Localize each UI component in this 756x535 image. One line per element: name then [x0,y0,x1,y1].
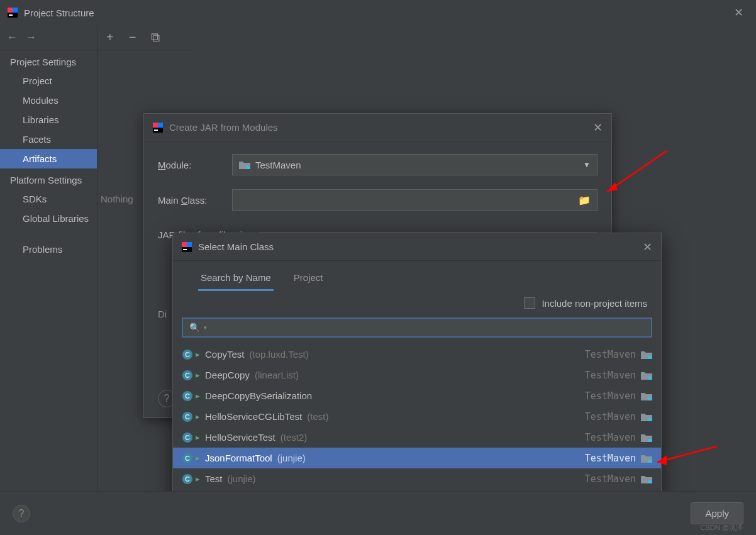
sidebar-item-sdks[interactable]: SDKs [0,189,97,209]
result-row[interactable]: C▸DeepCopy (linearList)TestMaven [173,365,661,385]
class-name: JsonFormatTool [205,453,272,463]
svg-rect-22 [648,439,652,442]
back-icon[interactable]: ← [6,31,18,44]
footer: ? Apply [0,491,756,535]
class-module: TestMaven [585,473,636,485]
class-package: (top.luxd.Test) [250,349,309,360]
svg-rect-25 [648,460,652,463]
app-icon [8,8,18,18]
mainclass-input[interactable]: 📁 [232,189,598,211]
class-icon: C [182,349,193,360]
svg-rect-13 [648,377,652,380]
class-package: (linearList) [255,370,299,380]
sidebar-item-problems[interactable]: Problems [0,240,97,259]
result-row[interactable]: C▸Test (junjie)TestMaven [173,468,661,489]
class-package: (junjie) [277,453,306,463]
app-icon [182,242,192,252]
run-icon: ▸ [196,350,200,359]
jar-dialog-title: Create JAR from Modules [169,122,278,133]
result-row[interactable]: C▸HelloServiceTest (test2)TestMaven [173,427,661,448]
watermark: CSDN @沉泽· [701,523,745,532]
apply-button[interactable]: Apply [691,502,743,524]
class-module: TestMaven [585,432,636,443]
window-title: Project Structure [24,8,94,18]
svg-text:C: C [185,372,190,379]
class-module: TestMaven [585,411,636,422]
class-name: HelloServiceCGLibTest [205,411,302,422]
result-row[interactable]: C▸CopyTest (top.luxd.Test)TestMaven [173,344,661,365]
result-row[interactable]: C▸HelloServiceCGLibTest (test)TestMaven [173,406,661,427]
mainclass-dialog-title: Select Main Class [198,241,274,252]
class-icon: C [182,473,193,485]
di-truncated-label: Di [158,309,167,319]
svg-rect-19 [648,418,652,421]
tabs: Search by Name Project [173,261,661,291]
class-module: TestMaven [585,390,636,402]
result-row[interactable]: C▸JsonFormatTool (junjie)TestMaven [173,448,661,468]
svg-text:C: C [185,392,190,400]
copy-icon[interactable]: ⧉ [151,30,160,45]
remove-icon[interactable]: − [129,30,136,45]
class-package: (test2) [281,432,308,443]
class-icon: C [182,432,193,443]
sidebar-item-global-libraries[interactable]: Global Libraries [0,209,97,228]
result-list: C▸CopyTest (top.luxd.Test)TestMavenC▸Dee… [173,344,661,489]
class-package: (test) [307,411,328,422]
class-icon: C [182,370,193,381]
run-icon: ▸ [196,453,200,463]
jar-dialog-header: Create JAR from Modules ✕ [144,114,611,141]
search-input[interactable]: 🔍 ▾ [182,317,652,338]
sidebar-item-facets[interactable]: Facets [0,130,97,149]
tab-search-by-name[interactable]: Search by Name [198,267,274,291]
svg-text:C: C [185,475,190,483]
help-icon[interactable]: ? [13,505,30,522]
browse-folder-icon[interactable]: 📁 [578,194,591,206]
sidebar-item-artifacts[interactable]: Artifacts [0,149,97,168]
class-name: Test [205,473,223,484]
class-icon: C [182,390,193,402]
class-name: DeepCopy [205,370,250,380]
folder-icon [239,160,250,169]
class-module: TestMaven [585,349,636,360]
class-name: DeepCopyBySerialization [205,390,312,401]
sidebar-item-project[interactable]: Project [0,71,97,91]
module-select[interactable]: TestMaven ▼ [232,154,598,175]
svg-text:C: C [185,351,190,358]
folder-icon [641,392,652,400]
search-options-icon[interactable]: ▾ [204,324,207,331]
add-icon[interactable]: + [106,30,114,45]
class-icon: C [182,453,193,464]
sidebar-nav-toolbar: ← → [0,25,97,50]
section-platform-settings: Platform Settings [0,168,97,189]
titlebar: Project Structure ✕ [0,0,756,25]
svg-rect-10 [648,356,652,359]
close-icon[interactable]: ✕ [729,3,748,22]
sidebar: ← → Project Settings Project Modules Lib… [0,25,97,491]
run-icon: ▸ [196,412,200,421]
sidebar-item-libraries[interactable]: Libraries [0,110,97,130]
close-icon[interactable]: ✕ [593,121,603,135]
sidebar-item-modules[interactable]: Modules [0,91,97,110]
class-module: TestMaven [585,453,636,464]
include-nonproject-checkbox[interactable]: Include non-project items [524,297,647,309]
close-icon[interactable]: ✕ [643,240,652,254]
nothing-placeholder: Nothing [101,194,133,204]
run-icon: ▸ [196,433,200,442]
module-label: Module: [158,160,232,170]
select-mainclass-dialog: Select Main Class ✕ Search by Name Proje… [172,233,662,503]
mainclass-label: Main Class: [158,195,232,206]
folder-icon [641,350,652,359]
folder-icon [641,475,652,483]
include-nonproject-label: Include non-project items [542,298,647,309]
svg-text:C: C [185,413,190,421]
run-icon: ▸ [196,474,200,483]
result-row[interactable]: C▸DeepCopyBySerializationTestMaven [173,385,661,406]
mainclass-dialog-header: Select Main Class ✕ [173,233,661,261]
folder-icon [641,412,652,421]
class-name: CopyTest [205,349,245,360]
folder-icon [641,433,652,442]
forward-icon[interactable]: → [25,31,36,44]
tab-project[interactable]: Project [291,267,326,291]
svg-rect-16 [648,397,652,400]
class-module: TestMaven [585,370,636,381]
